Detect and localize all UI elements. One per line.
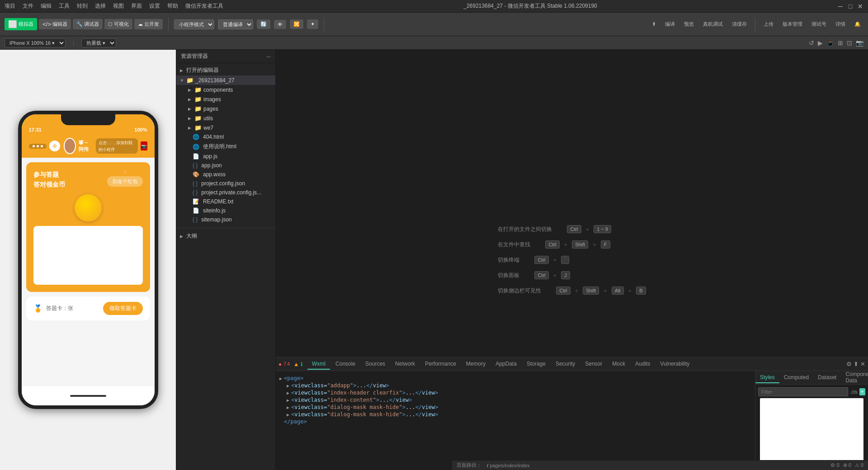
file-appjs[interactable]: 📄 app.js xyxy=(176,152,275,161)
code-expand-3[interactable]: ▶ xyxy=(287,390,289,395)
folder-components[interactable]: ▶ 📁 components xyxy=(176,85,275,94)
devtools-close-btn[interactable]: ✕ xyxy=(860,361,865,367)
file-projectprivate[interactable]: { } project.private.config.js... xyxy=(176,188,275,197)
compile-btn[interactable]: 编译 xyxy=(662,20,678,28)
code-expand-1[interactable]: ▶ xyxy=(279,376,282,381)
file-sitemap[interactable]: { } sitemap.json xyxy=(176,215,275,224)
menu-item-interface[interactable]: 界面 xyxy=(131,2,142,10)
menu-item-file[interactable]: 文件 xyxy=(23,2,33,10)
open-editors-group[interactable]: ▶ 打开的编辑器 xyxy=(176,65,275,75)
tab-mock[interactable]: Mock xyxy=(608,359,630,370)
debug-mode-btn[interactable]: 🔀 xyxy=(290,19,303,29)
tab-network[interactable]: Network xyxy=(391,359,420,370)
compile-select[interactable]: 普通编译 xyxy=(218,19,253,29)
minimize-button[interactable]: ─ xyxy=(837,3,844,9)
right-tab-computed[interactable]: Computed xyxy=(779,372,813,383)
tab-audits[interactable]: Audits xyxy=(631,359,655,370)
file-appjson[interactable]: { } app.json xyxy=(176,161,275,170)
camera-icon[interactable]: 📷 xyxy=(856,39,863,47)
close-button[interactable]: ✕ xyxy=(857,3,863,9)
file-appwxss[interactable]: 🎨 app.wxss xyxy=(176,170,275,179)
phone-get-card-btn[interactable]: 领取答题卡 xyxy=(103,302,143,315)
tab-console[interactable]: Console xyxy=(331,359,360,370)
phone-share-icon[interactable]: ⊕ xyxy=(49,141,60,151)
tab-vulnerability[interactable]: Vulnerability xyxy=(656,359,694,370)
code-expand-5[interactable]: ▶ xyxy=(287,405,289,410)
project-root[interactable]: ▼ 📁 _269213684_27 xyxy=(176,75,275,85)
phone-add-to-miniprogram[interactable]: 点击'…'，添加到我的小程序 xyxy=(96,138,138,154)
simulator-btn[interactable]: ⬜ 模拟器 xyxy=(5,18,37,30)
devtools-settings-btn[interactable]: ⚙ xyxy=(846,361,852,367)
add-rule-btn[interactable]: + xyxy=(859,388,865,395)
right-tab-dataset[interactable]: Dataset xyxy=(813,372,841,383)
tab-appdata[interactable]: AppData xyxy=(491,359,521,370)
file-404[interactable]: 🌐 404.html xyxy=(176,132,275,141)
devtools-expand-btn[interactable]: ⬆ xyxy=(854,361,859,367)
key-ctrl-1: Ctrl xyxy=(567,225,581,233)
code-expand-2[interactable]: ▶ xyxy=(287,383,289,388)
file-projectconfig[interactable]: { } project.config.json xyxy=(176,179,275,188)
menu-item-select[interactable]: 选择 xyxy=(95,2,106,10)
mode-select[interactable]: 小程序模式 xyxy=(174,19,214,29)
upload-btn[interactable]: 上传 xyxy=(761,20,776,28)
phone-card-title-2: 答对领金币 xyxy=(33,179,65,189)
sep2 xyxy=(324,18,324,31)
code-expand-6[interactable]: ▶ xyxy=(287,412,289,417)
phone-hongbao-btn[interactable]: 刮金个红包 xyxy=(107,176,143,187)
tab-storage[interactable]: Storage xyxy=(522,359,550,370)
folder-utils[interactable]: ▶ 📁 utils xyxy=(176,113,275,123)
menu-item-goto[interactable]: 转到 xyxy=(77,2,88,10)
folder-we7[interactable]: ▶ 📁 we7 xyxy=(176,123,275,132)
code-expand-4[interactable]: ▶ xyxy=(287,398,289,403)
maximize-button[interactable]: □ xyxy=(847,3,854,9)
tab-security[interactable]: Security xyxy=(551,359,580,370)
device-debug-btn[interactable]: 真机调试 xyxy=(700,20,726,28)
route-path: / pages/index/index xyxy=(487,463,530,468)
menu-item-edit[interactable]: 编辑 xyxy=(41,2,52,10)
refresh-btn[interactable]: 🔄 xyxy=(257,19,270,29)
play-icon[interactable]: ▶ xyxy=(818,39,823,47)
menu-item-wechat[interactable]: 微信开发者工具 xyxy=(185,2,223,10)
tab-wxml[interactable]: Wxml xyxy=(307,359,330,370)
file-siteinfo[interactable]: 📄 siteinfo.js xyxy=(176,206,275,215)
right-tab-component[interactable]: Component Data xyxy=(841,371,868,386)
preview-top-btn[interactable]: 预览 xyxy=(681,20,697,28)
clear-cache-btn[interactable]: 清缓存 xyxy=(729,20,750,28)
version-mgr-btn[interactable]: 版本管理 xyxy=(780,20,805,28)
devtools-panel: ● 7.4 ▲ ℹ Wxml Console Sources Network P… xyxy=(276,357,868,470)
tab-sensor[interactable]: Sensor xyxy=(580,359,607,370)
visual-btn[interactable]: ⬡ 可视化 xyxy=(104,19,132,29)
outline-header[interactable]: ▶ 大纲 xyxy=(176,231,275,241)
menu-item-tool[interactable]: 工具 xyxy=(59,2,70,10)
file-usage[interactable]: 🌐 使用说明.html xyxy=(176,141,275,152)
phone-icon[interactable]: 📱 xyxy=(826,39,834,47)
menu-item-settings[interactable]: 设置 xyxy=(149,2,160,10)
notification-btn[interactable]: 🔔 xyxy=(852,20,863,28)
layout-icon[interactable]: ⊡ xyxy=(847,39,852,47)
test-account-btn[interactable]: 测试号 xyxy=(809,20,829,28)
rotate-icon[interactable]: ↺ xyxy=(809,39,814,47)
up-btn[interactable]: ⬆ xyxy=(649,20,659,28)
tab-sources[interactable]: Sources xyxy=(361,359,390,370)
folder-images[interactable]: ▶ 📁 images xyxy=(176,94,275,104)
grid-icon[interactable]: ⊞ xyxy=(838,39,843,47)
tab-performance[interactable]: Performance xyxy=(420,359,461,370)
filter-input[interactable] xyxy=(758,387,848,396)
cloud-btn[interactable]: ☁ 云开发 xyxy=(134,19,163,29)
menu-item-project[interactable]: 项目 xyxy=(5,2,15,10)
right-tab-styles[interactable]: Styles xyxy=(755,372,779,383)
editor-btn[interactable]: </> 编辑器 xyxy=(39,19,71,29)
more-btn[interactable]: ✦ xyxy=(307,19,318,29)
phone-nav-dots[interactable] xyxy=(29,144,47,149)
menu-item-help[interactable]: 帮助 xyxy=(167,2,178,10)
menu-item-view[interactable]: 视图 xyxy=(113,2,124,10)
folder-pages[interactable]: ▶ 📁 pages xyxy=(176,104,275,113)
debugger-btn[interactable]: 🔧 调试器 xyxy=(73,19,103,29)
file-panel-more[interactable]: ··· xyxy=(266,53,271,60)
device-select[interactable]: iPhone X 100% 16 ▾ xyxy=(5,38,66,47)
file-readme[interactable]: 📝 README.txt xyxy=(176,197,275,206)
preview-btn[interactable]: 👁 xyxy=(274,20,286,29)
tab-memory[interactable]: Memory xyxy=(462,359,490,370)
hotreload-select[interactable]: 热重载 ▾ xyxy=(81,38,116,47)
details-btn[interactable]: 详情 xyxy=(833,20,848,28)
